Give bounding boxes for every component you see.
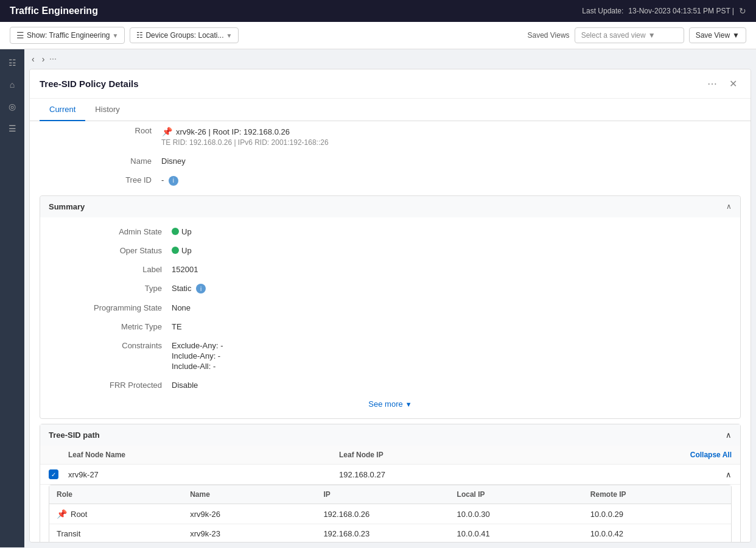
col-leaf-node-name: Leaf Node Name [68, 451, 339, 459]
nav-more-icon[interactable]: ⋯ [49, 55, 57, 63]
tab-current[interactable]: Current [40, 99, 85, 121]
type-row: Type Static i [40, 279, 740, 299]
inner-cell-local-ip-root: 10.0.0.30 [457, 510, 590, 519]
admin-state-dot [172, 228, 179, 235]
tree-sid-path-header[interactable]: Tree-SID path ∧ [40, 424, 740, 446]
panel-more-button[interactable]: ⋯ [704, 77, 721, 91]
nav-back-icon[interactable]: ‹ [29, 52, 37, 66]
main-layout: ☷ ⌂ ◎ ☰ ‹ › ⋯ Tree-SID Policy Details ⋯ … [0, 49, 756, 547]
tree-id-label: Tree ID [40, 175, 161, 184]
detail-content: Root 📌 xrv9k-26 | Root IP: 192.168.0.26 … [30, 121, 751, 543]
tabs: Current History [30, 99, 751, 121]
role-cell-transit: Transit [57, 529, 190, 538]
tab-history[interactable]: History [85, 99, 129, 121]
save-view-button[interactable]: Save View ▼ [689, 27, 746, 43]
saved-view-select-button[interactable]: Select a saved view ▼ [575, 27, 684, 43]
panel-close-button[interactable]: ✕ [726, 77, 741, 91]
path-row-checkbox-xrv9k-27[interactable]: ✓ [49, 469, 58, 479]
inner-col-role: Role [57, 490, 190, 499]
collapse-all-button[interactable]: Collapse All [610, 451, 732, 459]
name-value: Disney [161, 156, 741, 166]
inner-col-local-ip: Local IP [457, 490, 590, 499]
path-row-name-xrv9k-27: xrv9k-27 [68, 470, 339, 479]
type-label: Type [50, 284, 172, 293]
oper-status-dot [172, 247, 179, 254]
name-label: Name [40, 156, 161, 166]
inner-table-xrv9k-27: Role Name IP Local IP Remote IP 📌 Roo [49, 485, 732, 543]
type-info-icon[interactable]: i [196, 284, 206, 293]
oper-status-label: Oper Status [50, 246, 172, 255]
device-groups-icon: ☷ [136, 31, 143, 40]
toolbar: ☰ Show: Traffic Engineering ▼ ☷ Device G… [0, 22, 756, 49]
path-row-header-xrv9k-27[interactable]: ✓ xrv9k-27 192.168.0.27 ∧ [40, 465, 740, 485]
tree-sid-path-title: Tree-SID path [49, 430, 100, 440]
panel-header: Tree-SID Policy Details ⋯ ✕ [30, 69, 751, 99]
constraints-value: Exclude-Any: - Include-Any: - Include-Al… [172, 341, 730, 371]
path-row-expand-icon-xrv9k-27[interactable]: ∧ [610, 470, 732, 479]
device-groups-button[interactable]: ☷ Device Groups: Locati... ▼ [130, 27, 239, 43]
top-bar: Traffic Engineering Last Update: 13-Nov-… [0, 0, 756, 22]
path-table-header: Leaf Node Name Leaf Node IP Collapse All [40, 446, 740, 465]
nav-forward-icon[interactable]: › [40, 52, 47, 66]
show-chevron-icon: ▼ [113, 32, 119, 39]
top-bar-right: Last Update: 13-Nov-2023 04:13:51 PM PST… [582, 6, 746, 16]
saved-views-label: Saved Views [527, 31, 569, 40]
save-view-chevron-icon: ▼ [732, 31, 740, 40]
label-label: Label [50, 265, 172, 274]
inner-cell-remote-ip-transit: 10.0.0.42 [590, 529, 724, 538]
name-field-row: Name Disney [30, 152, 751, 170]
sidebar-icon-grid[interactable]: ☷ [4, 54, 21, 71]
label-value: 152001 [172, 265, 730, 274]
programming-state-value: None [172, 303, 730, 312]
summary-section: Summary ∧ Admin State Up [40, 195, 741, 420]
admin-state-row: Admin State Up [40, 222, 740, 241]
panel-title: Tree-SID Policy Details [40, 79, 139, 89]
inner-cell-ip-root: 192.168.0.26 [323, 510, 457, 519]
left-sidebar: ☷ ⌂ ◎ ☰ [0, 49, 24, 547]
admin-state-value: Up [172, 227, 730, 236]
admin-state-label: Admin State [50, 227, 172, 236]
inner-col-ip: IP [323, 490, 457, 499]
toolbar-right: Saved Views Select a saved view ▼ Save V… [527, 27, 746, 43]
tree-id-field-row: Tree ID - i [30, 170, 751, 191]
programming-state-row: Programming State None [40, 298, 740, 317]
tree-id-value: - i [161, 175, 741, 186]
summary-chevron-icon: ∧ [726, 202, 732, 211]
tree-id-info-icon[interactable]: i [169, 176, 178, 186]
checkbox-check-icon: ✓ [51, 471, 56, 478]
root-role-pin-icon: 📌 [57, 509, 67, 519]
panel-nav: ‹ › ⋯ [24, 49, 756, 69]
refresh-icon[interactable]: ↻ [739, 6, 746, 16]
oper-status-row: Oper Status Up [40, 241, 740, 260]
summary-section-header[interactable]: Summary ∧ [40, 196, 740, 217]
role-cell-root: 📌 Root [57, 509, 190, 519]
metric-type-row: Metric Type TE [40, 317, 740, 336]
oper-status-value: Up [172, 246, 730, 255]
filter-icon: ☰ [16, 30, 24, 40]
tree-sid-chevron-icon: ∧ [726, 430, 732, 440]
frr-protected-row: FRR Protected Disable [40, 376, 740, 395]
sidebar-icon-globe[interactable]: ◎ [4, 98, 21, 115]
col-leaf-node-ip: Leaf Node IP [339, 451, 610, 459]
show-filter-button[interactable]: ☰ Show: Traffic Engineering ▼ [10, 27, 125, 44]
sidebar-icon-home[interactable]: ⌂ [4, 76, 21, 93]
app-title: Traffic Engineering [10, 5, 98, 16]
constraints-row: Constraints Exclude-Any: - Include-Any: … [40, 336, 740, 376]
root-pin-icon: 📌 [161, 126, 172, 137]
label-row: Label 152001 [40, 260, 740, 279]
inner-cell-local-ip-transit: 10.0.0.41 [457, 529, 590, 538]
programming-state-label: Programming State [50, 303, 172, 312]
metric-type-label: Metric Type [50, 322, 172, 331]
toolbar-left: ☰ Show: Traffic Engineering ▼ ☷ Device G… [10, 27, 239, 44]
last-update-label: Last Update: [582, 7, 623, 15]
inner-row-transit: Transit xrv9k-23 192.168.0.23 10.0.0.41 … [49, 524, 731, 543]
summary-body: Admin State Up Oper Status [40, 217, 740, 419]
device-groups-chevron-icon: ▼ [226, 32, 233, 39]
path-row-xrv9k-27: ✓ xrv9k-27 192.168.0.27 ∧ Role Name IP [40, 465, 740, 543]
sidebar-icon-list[interactable]: ☰ [4, 120, 21, 137]
tree-sid-path-section: Tree-SID path ∧ Leaf Node Name Leaf Node… [40, 424, 741, 543]
see-more-button[interactable]: See more ▼ [40, 395, 740, 413]
constraints-label: Constraints [50, 341, 172, 350]
detail-panel: Tree-SID Policy Details ⋯ ✕ Current Hist… [29, 69, 751, 543]
root-label: Root [40, 126, 161, 135]
